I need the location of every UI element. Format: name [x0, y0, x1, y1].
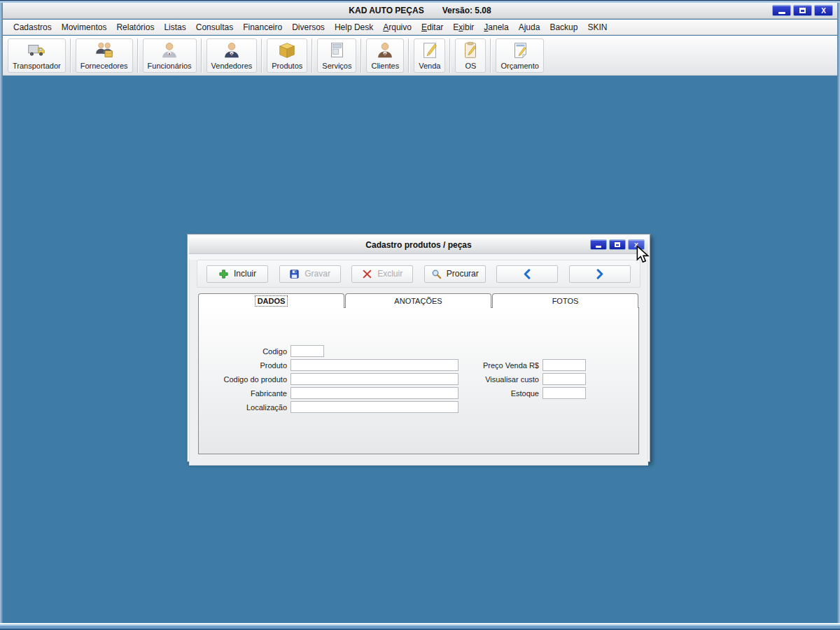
minimize-icon: [596, 246, 601, 248]
tab-label: FOTOS: [552, 297, 579, 305]
field-input-preco-venda-r[interactable]: [542, 359, 586, 371]
menu-item-help-desk[interactable]: Help Desk: [330, 21, 378, 34]
field-input-localizacao[interactable]: [290, 401, 458, 413]
truck-icon: [26, 40, 47, 61]
toolbar-separator: [312, 38, 313, 73]
menu-item-listas[interactable]: Listas: [159, 21, 190, 34]
tab-anotacoes[interactable]: ANOTAÇÕES: [345, 293, 491, 308]
maximize-icon: [615, 242, 620, 247]
dialog-button-procurar[interactable]: Procurar: [424, 265, 486, 283]
menu-item-relatorios[interactable]: Relatórios: [111, 21, 159, 34]
toolbar-button-label: Fornecedores: [80, 62, 128, 70]
toolbar-button-vendedores[interactable]: Vendedores: [206, 38, 258, 73]
menu-item-arquivo[interactable]: Arquivo: [378, 21, 416, 34]
field-label: Produto: [199, 361, 287, 370]
dialog-button-chevron-right[interactable]: [569, 265, 631, 283]
window-close-button[interactable]: X: [814, 5, 833, 16]
menu-item-financeiro[interactable]: Financeiro: [238, 21, 287, 34]
field-label: Visualisar custo: [423, 375, 539, 384]
minimize-icon: [778, 12, 785, 14]
menu-item-editar[interactable]: Editar: [416, 21, 448, 34]
main-titlebar[interactable]: KAD AUTO PEÇAS Versão: 5.08 X: [3, 3, 837, 19]
add-plus-icon: [218, 269, 229, 279]
dialog-button-label: Gravar: [304, 269, 330, 279]
app-version: Versão: 5.08: [442, 6, 491, 15]
dialog-minimize-button[interactable]: [590, 239, 607, 250]
dialog-button-gravar[interactable]: Gravar: [279, 265, 341, 283]
mouse-cursor: [636, 245, 651, 264]
field-input-estoque[interactable]: [542, 387, 586, 399]
search-magnifier-icon: [431, 269, 442, 279]
menu-bar: CadastrosMovimentosRelatóriosListasConsu…: [3, 20, 837, 35]
tab-dados[interactable]: DADOS: [198, 293, 344, 308]
dialog-button-label: Incluir: [234, 269, 256, 279]
chevron-left-icon: [522, 269, 533, 279]
field-label: Fabricante: [199, 389, 287, 398]
services-document-icon: [326, 40, 347, 61]
main-toolbar: TransportadorFornecedoresFuncionáriosVen…: [3, 36, 837, 76]
menu-item-backup[interactable]: Backup: [545, 21, 582, 34]
menu-item-skin[interactable]: SKIN: [582, 21, 612, 34]
toolbar-button-os[interactable]: OS: [455, 38, 486, 73]
menu-item-janela[interactable]: Janela: [479, 21, 513, 34]
toolbar-button-label: Orçamento: [500, 62, 538, 70]
menu-item-ajuda[interactable]: Ajuda: [514, 21, 545, 34]
toolbar-button-servicos[interactable]: Serviços: [317, 38, 356, 73]
window-controls: X: [770, 5, 833, 16]
quote-note-icon: [510, 40, 531, 61]
menu-item-exibir[interactable]: Exibir: [448, 21, 479, 34]
window-minimize-button[interactable]: [772, 5, 791, 16]
toolbar-button-label: Venda: [419, 62, 440, 70]
toolbar-separator: [261, 38, 262, 73]
dialog-button-excluir[interactable]: Excluir: [351, 265, 413, 283]
menu-item-diversos[interactable]: Diversos: [287, 21, 330, 34]
field-label: Codigo: [199, 347, 287, 356]
field-label: Preço Venda R$: [423, 361, 539, 370]
application-window: KAD AUTO PEÇAS Versão: 5.08 X CadastrosM…: [0, 0, 840, 630]
products-box-icon: [276, 40, 298, 61]
dialog-button-chevron-left[interactable]: [496, 265, 558, 283]
tab-fotos[interactable]: FOTOS: [492, 293, 638, 308]
dialog-button-incluir[interactable]: Incluir: [206, 265, 268, 283]
window-border-left: [0, 3, 3, 623]
delete-x-icon: [362, 269, 372, 279]
dialog-maximize-button[interactable]: [609, 239, 626, 250]
toolbar-separator: [490, 38, 491, 73]
toolbar-button-fornecedores[interactable]: Fornecedores: [76, 38, 133, 73]
tab-label: DADOS: [255, 296, 288, 306]
dialog-titlebar[interactable]: Cadastro produtos / peças X: [189, 236, 648, 254]
app-title: KAD AUTO PEÇAS: [349, 6, 424, 15]
toolbar-button-label: OS: [465, 62, 476, 70]
field-label: Localização: [199, 403, 287, 412]
toolbar-separator: [449, 38, 451, 73]
toolbar-button-orcamento[interactable]: Orçamento: [496, 38, 543, 73]
window-maximize-button[interactable]: [793, 5, 812, 16]
toolbar-button-label: Clientes: [371, 62, 399, 70]
field-input-codigo[interactable]: [290, 345, 324, 357]
toolbar-button-funcionarios[interactable]: Funcionários: [143, 38, 197, 73]
toolbar-button-produtos[interactable]: Produtos: [267, 38, 307, 73]
window-border-right: [837, 3, 840, 623]
form-row-produto: Produto: [199, 359, 458, 371]
work-order-icon: [460, 40, 481, 61]
maximize-icon: [799, 8, 806, 13]
form-row-codigo: Codigo: [199, 345, 324, 357]
dialog-button-label: Procurar: [447, 269, 479, 279]
toolbar-button-label: Produtos: [272, 62, 302, 70]
field-label: Codigo do produto: [199, 375, 287, 384]
toolbar-button-label: Vendedores: [211, 62, 253, 70]
toolbar-button-transportador[interactable]: Transportador: [8, 38, 66, 73]
menu-item-cadastros[interactable]: Cadastros: [8, 21, 57, 34]
toolbar-separator: [70, 38, 71, 73]
dialog-toolbar: IncluirGravarExcluirProcurar: [197, 260, 640, 288]
field-input-visualisar-custo[interactable]: [542, 373, 586, 385]
window-border-bottom: [0, 623, 840, 630]
form-row-preco-venda-r: Preço Venda R$: [423, 359, 586, 371]
toolbar-button-venda[interactable]: Venda: [414, 38, 445, 73]
toolbar-button-clientes[interactable]: Clientes: [366, 38, 404, 73]
menu-item-consultas[interactable]: Consultas: [191, 21, 238, 34]
menu-item-movimentos[interactable]: Movimentos: [57, 21, 112, 34]
dialog-body: IncluirGravarExcluirProcurar DADOSANOTAÇ…: [189, 260, 648, 465]
form-row-fabricante: Fabricante: [199, 387, 458, 399]
form-row-visualisar-custo: Visualisar custo: [423, 373, 586, 385]
